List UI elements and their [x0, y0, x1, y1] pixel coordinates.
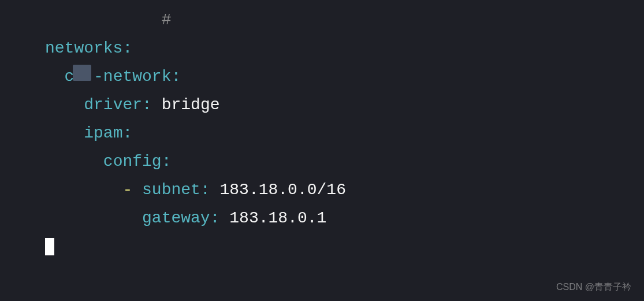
- text-cursor: [45, 238, 54, 255]
- yaml-key-ipam: ipam: [84, 124, 122, 142]
- yaml-key-driver: driver: [84, 96, 142, 114]
- yaml-key-config: config: [103, 153, 162, 170]
- yaml-value-driver: bridge: [162, 96, 220, 114]
- code-line-8: gateway: 183.18.0.1: [45, 204, 644, 232]
- yaml-value-subnet: 183.18.0.0/16: [220, 181, 346, 199]
- yaml-key-networks: networks: [45, 39, 122, 57]
- code-line-2: networks:: [45, 34, 644, 62]
- code-line-4: driver: bridge: [45, 91, 644, 119]
- watermark-text: CSDN @青青子衿: [556, 279, 631, 295]
- code-line-6: config:: [45, 147, 644, 176]
- yaml-key-subnet: subnet: [142, 181, 200, 199]
- code-line-5: ipam:: [45, 119, 644, 147]
- code-editor[interactable]: # networks: cxx-network: driver: bridge …: [45, 6, 644, 261]
- yaml-comment: #: [162, 11, 172, 29]
- yaml-list-dash: -: [122, 181, 132, 199]
- yaml-value-gateway: 183.18.0.1: [229, 209, 326, 227]
- code-line-3: cxx-network:: [45, 62, 644, 91]
- code-line-cursor: [45, 232, 644, 261]
- code-line-1: #: [45, 6, 644, 34]
- yaml-key-gateway: gateway: [142, 209, 210, 227]
- yaml-key-network-name: cxx-network: [65, 62, 172, 91]
- code-line-7: - subnet: 183.18.0.0/16: [45, 176, 644, 204]
